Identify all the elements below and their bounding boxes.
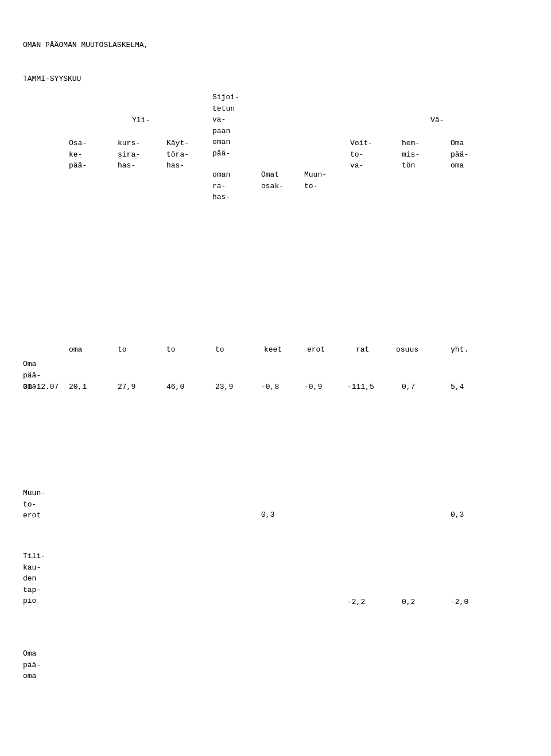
subheader-osuus: osuus [396,344,418,356]
val-5: -0,8 [261,381,279,393]
tappio-val3: -2,0 [451,597,468,608]
col-header-va: Vä- [430,115,444,126]
col-header-oma-paa: Oma pää- oma [451,138,468,172]
val-1: 20,1 [69,381,87,393]
val-2: 27,9 [118,381,135,393]
subheader-keet: keet [264,344,282,356]
val-9: 5,4 [451,381,464,393]
col-header-osa: Osa- ke- pää- [69,138,87,172]
muuntoerot-val1: 0,3 [261,509,274,521]
tappio-label: Tili- kau- den tap- pio [23,551,45,607]
subheader-rat: rat [356,344,369,356]
tappio-val2: 0,2 [402,597,415,608]
bottom-oma-paaoma-label: Oma pää- oma [23,648,41,682]
col-header-kurs: kurs- sira- has- [118,138,140,172]
subheader-to3: to [215,344,224,356]
val-6: -0,9 [304,381,322,393]
col-header-hem: hem- mis- tön [402,138,420,172]
tappio-val1: -2,2 [347,597,365,608]
col-header-omat: Omat osak- [261,169,284,192]
col-header-muun: Muun- to- [304,169,327,192]
col-header-oman-ra: oman ra- has- [212,169,230,203]
val-7: -111,5 [347,381,374,393]
subheader-oma: oma [69,344,82,356]
subheader-to2: to [166,344,176,356]
subheader-erot: erot [307,344,325,356]
val-3: 46,0 [166,381,184,393]
col-header-sijoitetun: Sijoi- tetun va- paan oman pää- [212,92,239,159]
val-4: 23,9 [215,381,233,393]
date-label: 31.12.07 [23,381,59,393]
col-header-voit: Voit- to- va- [350,138,372,172]
page-title: OMAN PÄÄOMAN MUUTOSLASKELMA, TAMMI-SYYSK… [23,17,148,107]
muuntoerot-val2: 0,3 [451,509,464,521]
col-header-yli: Yli- [132,115,150,126]
subheader-to1: to [118,344,127,356]
page: OMAN PÄÄOMAN MUUTOSLASKELMA, TAMMI-SYYSK… [23,17,551,756]
muuntoerot-label: Muun- to- erot [23,488,45,521]
val-8: 0,7 [402,381,415,393]
col-header-kayt: Käyt- töra- has- [166,138,189,172]
subheader-yht: yht. [451,344,468,356]
